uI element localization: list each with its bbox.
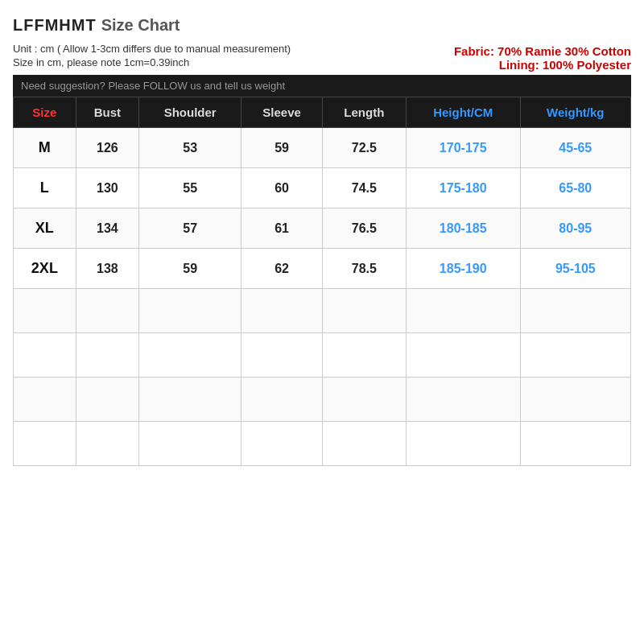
col-length: Length [322,97,406,128]
table-row: M 126 53 59 72.5 170-175 45-65 [14,128,631,168]
empty-cell [406,333,520,378]
lining-text: Lining: 100% Polyester [499,58,631,72]
unit-note: Unit : cm ( Allow 1-3cm differs due to m… [13,43,291,55]
empty-row [14,289,631,333]
table-body: M 126 53 59 72.5 170-175 45-65 L 130 55 … [14,128,631,466]
cell-length: 74.5 [322,168,406,208]
col-size: Size [14,97,76,128]
suggestion-text: Need suggestion? Please FOLLOW us and te… [21,80,285,92]
cell-height: 180-185 [406,208,520,249]
empty-row [14,422,631,466]
cell-height: 175-180 [406,168,520,208]
cell-size: 2XL [14,249,76,289]
cell-weight: 65-80 [520,168,630,208]
size-table: Size Bust Shoulder Sleeve Length Height/… [13,97,631,466]
empty-cell [322,378,406,422]
title-row: LFFMHMT Size Chart [13,16,631,35]
cell-bust: 134 [76,208,138,249]
cell-shoulder: 59 [138,249,241,289]
empty-cell [76,378,138,422]
table-row: 2XL 138 59 62 78.5 185-190 95-105 [14,249,631,289]
cell-length: 72.5 [322,128,406,168]
empty-cell [520,378,630,422]
cell-size: L [14,168,76,208]
col-sleeve: Sleeve [242,97,322,128]
cell-sleeve: 61 [242,208,322,249]
cell-sleeve: 62 [242,249,322,289]
cell-weight: 80-95 [520,208,630,249]
empty-cell [242,289,322,333]
empty-cell [14,289,76,333]
empty-row [14,378,631,422]
table-row: XL 134 57 61 76.5 180-185 80-95 [14,208,631,249]
cell-shoulder: 53 [138,128,241,168]
col-bust: Bust [76,97,138,128]
col-shoulder: Shoulder [138,97,241,128]
cell-weight: 95-105 [520,249,630,289]
empty-row [14,333,631,378]
empty-cell [520,422,630,466]
fabric-text: Fabric: 70% Ramie 30% Cotton [454,44,631,58]
cell-size: M [14,128,76,168]
cell-bust: 130 [76,168,138,208]
empty-cell [406,378,520,422]
brand-name: LFFMHMT [13,16,97,35]
empty-cell [242,422,322,466]
empty-cell [138,422,241,466]
cell-sleeve: 59 [242,128,322,168]
page-wrapper: LFFMHMT Size Chart Unit : cm ( Allow 1-3… [0,0,644,644]
cell-weight: 45-65 [520,128,630,168]
empty-cell [520,333,630,378]
cell-height: 185-190 [406,249,520,289]
cell-bust: 126 [76,128,138,168]
cell-sleeve: 60 [242,168,322,208]
empty-cell [76,422,138,466]
cell-size: XL [14,208,76,249]
empty-cell [138,289,241,333]
cell-length: 78.5 [322,249,406,289]
cell-shoulder: 57 [138,208,241,249]
empty-cell [138,333,241,378]
suggestion-row: Need suggestion? Please FOLLOW us and te… [13,75,631,97]
empty-cell [406,422,520,466]
table-row: L 130 55 60 74.5 175-180 65-80 [14,168,631,208]
table-header: Size Bust Shoulder Sleeve Length Height/… [14,97,631,128]
cell-height: 170-175 [406,128,520,168]
col-weight: Weight/kg [520,97,630,128]
empty-cell [242,333,322,378]
cell-bust: 138 [76,249,138,289]
header-row: Size Bust Shoulder Sleeve Length Height/… [14,97,631,128]
notes-and-fabric: Unit : cm ( Allow 1-3cm differs due to m… [13,43,631,72]
empty-cell [138,378,241,422]
empty-cell [406,289,520,333]
cell-shoulder: 55 [138,168,241,208]
size-note: Size in cm, please note 1cm=0.39inch [13,56,291,68]
empty-cell [322,422,406,466]
chart-title: Size Chart [101,16,180,35]
cell-length: 76.5 [322,208,406,249]
empty-cell [76,289,138,333]
right-fabric: Fabric: 70% Ramie 30% Cotton Lining: 100… [454,44,631,72]
empty-cell [14,422,76,466]
empty-cell [322,333,406,378]
empty-cell [76,333,138,378]
empty-cell [520,289,630,333]
left-notes: Unit : cm ( Allow 1-3cm differs due to m… [13,43,291,72]
empty-cell [14,333,76,378]
empty-cell [14,378,76,422]
empty-cell [242,378,322,422]
col-height: Height/CM [406,97,520,128]
empty-cell [322,289,406,333]
